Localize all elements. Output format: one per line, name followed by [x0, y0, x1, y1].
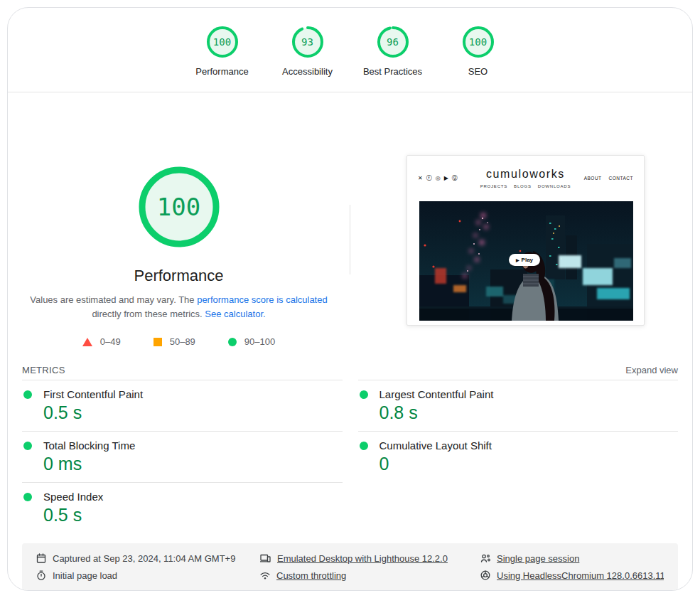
legend-pass: 90–100: [228, 336, 275, 347]
site-social-icons: ✕ ⓕ ◎ ▶ ⓖ: [418, 176, 480, 181]
red-triangle-icon: [82, 338, 92, 346]
throttling-setting[interactable]: Custom throttling: [260, 570, 480, 581]
hero-video-still: ▶ Play: [419, 201, 633, 321]
site-header: ✕ ⓕ ◎ ▶ ⓖ cumuloworks PROJECTS BLOGS DOW…: [407, 156, 644, 188]
legend-range: 0–49: [100, 336, 121, 347]
gauge-accessibility: 93: [291, 25, 325, 59]
desc-text: Values are estimated and may vary. The: [30, 294, 197, 305]
capture-time: Captured at Sep 23, 2024, 11:04 AM GMT+9: [36, 553, 260, 564]
big-score-value: 100: [136, 164, 222, 250]
session-type[interactable]: Single page session: [480, 553, 664, 564]
metrics-grid: First Contentful Paint 0.5 s Largest Con…: [22, 380, 678, 533]
laptop-icon: [260, 553, 271, 563]
metric-speed-index: Speed Index 0.5 s: [22, 482, 343, 533]
performance-summary: 100 Performance Values are estimated and…: [8, 92, 350, 348]
score-value: 93: [291, 25, 325, 59]
metrics-section: METRICS Expand view First Contentful Pai…: [8, 360, 692, 533]
gauge-performance: 100: [205, 25, 239, 59]
metric-label: Largest Contentful Paint: [379, 388, 494, 400]
pass-dot-icon: [360, 390, 368, 399]
performance-section: 100 Performance Values are estimated and…: [8, 92, 692, 348]
site-logo-block: cumuloworks PROJECTS BLOGS DOWNLOADS: [480, 168, 571, 188]
score-label: SEO: [468, 66, 488, 77]
runtime-settings-footer: Captured at Sep 23, 2024, 11:04 AM GMT+9…: [22, 543, 678, 590]
desc-text: directly from these metrics.: [92, 309, 205, 319]
nav-blogs: BLOGS: [514, 184, 532, 188]
pass-dot-icon: [23, 493, 32, 501]
metric-empty-cell: [358, 482, 679, 533]
score-label: Best Practices: [363, 66, 422, 77]
metric-label: Speed Index: [43, 491, 103, 503]
category-score-performance[interactable]: 100 Performance: [184, 25, 261, 77]
category-score-best-practices[interactable]: 96 Best Practices: [355, 25, 431, 77]
category-score-seo[interactable]: 100 SEO: [440, 25, 517, 77]
calendar-icon: [36, 553, 46, 563]
score-label: Accessibility: [282, 66, 333, 77]
pass-dot-icon: [23, 442, 32, 450]
metric-value: 0.8 s: [358, 402, 679, 423]
nav-projects: PROJECTS: [480, 184, 507, 188]
browser-version[interactable]: Using HeadlessChromium 128.0.6613.113 wi…: [480, 570, 664, 581]
lighthouse-report: 100 Performance 93 Accessibility 96: [7, 7, 693, 591]
instagram-icon: ◎: [436, 176, 441, 181]
gauge-best-practices: 96: [376, 25, 410, 59]
metric-largest-contentful-paint: Largest Contentful Paint 0.8 s: [358, 380, 679, 431]
metric-value: 0: [358, 454, 679, 474]
stopwatch-icon: [36, 570, 46, 580]
metric-first-contentful-paint: First Contentful Paint 0.5 s: [22, 380, 343, 431]
page-load-type: Initial page load: [36, 570, 260, 581]
legend-fail: 0–49: [82, 336, 121, 347]
metric-cumulative-layout-shift: Cumulative Layout Shift 0: [358, 431, 679, 482]
score-label: Performance: [195, 66, 248, 77]
chromium-icon: [480, 570, 490, 580]
screenshot-panel: ✕ ⓕ ◎ ▶ ⓖ cumuloworks PROJECTS BLOGS DOW…: [350, 92, 692, 348]
performance-title: Performance: [134, 267, 224, 285]
metric-label: Total Blocking Time: [43, 439, 135, 452]
link-about: ABOUT: [584, 176, 602, 181]
metric-label: Cumulative Layout Shift: [379, 439, 492, 452]
pass-dot-icon: [360, 442, 368, 450]
legend-average: 50–89: [154, 336, 195, 347]
category-score-accessibility[interactable]: 93 Accessibility: [269, 25, 346, 77]
link-contact: CONTACT: [609, 176, 633, 181]
orange-square-icon: [154, 338, 162, 346]
score-scale-legend: 0–49 50–89 90–100: [82, 336, 275, 347]
metrics-heading: METRICS: [22, 365, 65, 375]
site-logo: cumuloworks: [480, 168, 571, 181]
metric-label: First Contentful Paint: [43, 388, 143, 400]
score-value: 100: [205, 25, 239, 59]
emulated-device[interactable]: Emulated Desktop with Lighthouse 12.2.0: [260, 553, 480, 564]
site-nav: PROJECTS BLOGS DOWNLOADS: [480, 184, 571, 188]
play-button: ▶ Play: [509, 254, 540, 266]
github-icon: ⓖ: [452, 176, 458, 181]
legend-range: 50–89: [170, 336, 195, 347]
play-icon: ▶: [516, 257, 519, 262]
metrics-header: METRICS Expand view: [22, 360, 678, 380]
category-scores-row: 100 Performance 93 Accessibility 96: [8, 8, 692, 77]
pass-dot-icon: [23, 390, 32, 399]
metric-value: 0 ms: [22, 454, 343, 474]
metric-total-blocking-time: Total Blocking Time 0 ms: [22, 431, 343, 482]
metric-value: 0.5 s: [22, 505, 343, 525]
facebook-icon: ⓕ: [426, 176, 432, 181]
score-value: 96: [376, 25, 410, 59]
gauge-seo: 100: [461, 25, 495, 59]
play-label: Play: [522, 257, 533, 263]
metric-value: 0.5 s: [22, 402, 343, 423]
performance-description: Values are estimated and may vary. The p…: [28, 293, 330, 321]
expand-view-toggle[interactable]: Expand view: [625, 365, 678, 375]
site-right-links: ABOUT CONTACT: [571, 176, 633, 181]
throttle-icon: [260, 570, 270, 580]
score-value: 100: [461, 25, 495, 59]
page-screenshot-thumbnail: ✕ ⓕ ◎ ▶ ⓖ cumuloworks PROJECTS BLOGS DOW…: [406, 155, 645, 326]
session-icon: [480, 553, 490, 563]
legend-range: 90–100: [244, 336, 275, 347]
youtube-icon: ▶: [444, 176, 448, 181]
nav-downloads: DOWNLOADS: [538, 184, 571, 188]
see-calculator-link[interactable]: See calculator.: [205, 309, 265, 319]
big-performance-gauge: 100: [136, 164, 222, 250]
x-icon: ✕: [418, 176, 423, 181]
calc-link[interactable]: performance score is calculated: [197, 294, 328, 305]
green-circle-icon: [228, 338, 237, 346]
